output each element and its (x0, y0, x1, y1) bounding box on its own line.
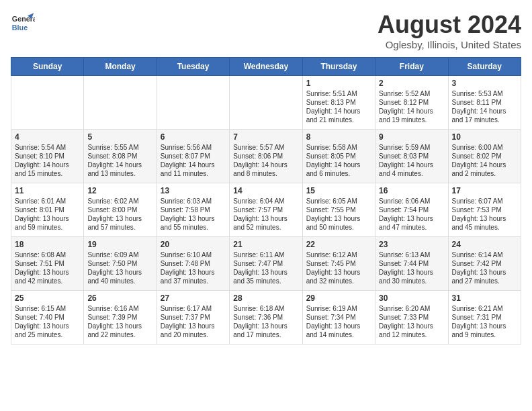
day-number: 5 (87, 132, 152, 142)
day-number: 24 (452, 240, 517, 249)
day-info: Daylight: 13 hours (452, 268, 517, 277)
day-info: and 27 minutes. (452, 277, 517, 285)
day-info: and 30 minutes. (379, 277, 444, 285)
day-info: and 21 minutes. (306, 116, 371, 124)
day-info: Daylight: 14 hours (452, 107, 517, 116)
day-info: Sunrise: 5:53 AM (452, 89, 517, 98)
day-info: Daylight: 14 hours (161, 161, 226, 169)
day-info: Sunset: 8:10 PM (15, 152, 80, 161)
day-info: Sunset: 8:03 PM (379, 152, 444, 161)
day-info: Sunset: 7:39 PM (87, 313, 152, 322)
day-info: Sunset: 7:58 PM (161, 205, 226, 214)
day-info: Sunrise: 5:55 AM (87, 143, 152, 152)
day-info: Sunrise: 6:17 AM (161, 304, 226, 313)
day-number: 27 (161, 293, 226, 303)
calendar-cell: 16Sunrise: 6:06 AMSunset: 7:54 PMDayligh… (375, 183, 448, 237)
day-info: Sunrise: 6:08 AM (15, 250, 80, 259)
calendar-cell: 7Sunrise: 5:57 AMSunset: 8:06 PMDaylight… (230, 130, 302, 183)
calendar-cell: 25Sunrise: 6:15 AMSunset: 7:40 PMDayligh… (11, 291, 84, 345)
day-number: 10 (452, 132, 517, 142)
day-info: and 20 minutes. (161, 330, 226, 339)
day-info: Sunset: 7:50 PM (87, 259, 152, 268)
day-number: 9 (379, 132, 444, 142)
calendar-cell: 23Sunrise: 6:13 AMSunset: 7:44 PMDayligh… (375, 237, 448, 291)
day-info: Sunrise: 6:10 AM (161, 250, 226, 259)
day-info: Sunset: 8:12 PM (379, 98, 444, 107)
day-info: Sunrise: 6:20 AM (379, 304, 444, 313)
day-info: and 42 minutes. (15, 277, 80, 285)
day-info: Daylight: 13 hours (15, 322, 80, 330)
day-info: and 11 minutes. (161, 169, 226, 178)
day-info: and 12 minutes. (379, 330, 444, 339)
day-info: Sunrise: 6:09 AM (87, 250, 152, 259)
calendar-body: 1Sunrise: 5:51 AMSunset: 8:13 PMDaylight… (11, 76, 521, 345)
calendar-header: SundayMondayTuesdayWednesdayThursdayFrid… (11, 58, 521, 76)
day-info: Daylight: 13 hours (15, 214, 80, 223)
day-info: Daylight: 13 hours (233, 322, 298, 330)
day-info: and 19 minutes. (379, 116, 444, 124)
day-info: Sunrise: 5:58 AM (306, 143, 371, 152)
week-row-1: 1Sunrise: 5:51 AMSunset: 8:13 PMDaylight… (11, 76, 521, 130)
day-header-sunday: Sunday (11, 58, 84, 76)
day-header-tuesday: Tuesday (157, 58, 229, 76)
day-info: and 47 minutes. (379, 223, 444, 232)
calendar-cell: 18Sunrise: 6:08 AMSunset: 7:51 PMDayligh… (11, 237, 84, 291)
day-info: Daylight: 13 hours (379, 268, 444, 277)
day-info: Sunrise: 6:00 AM (452, 143, 517, 152)
day-info: and 17 minutes. (452, 116, 517, 124)
day-info: Sunset: 7:34 PM (306, 313, 371, 322)
day-info: Daylight: 13 hours (379, 322, 444, 330)
calendar-cell: 28Sunrise: 6:18 AMSunset: 7:36 PMDayligh… (230, 291, 302, 345)
day-header-wednesday: Wednesday (230, 58, 302, 76)
day-info: Sunrise: 6:02 AM (87, 197, 152, 205)
svg-text:Blue: Blue (12, 24, 28, 32)
day-info: Sunrise: 6:03 AM (161, 197, 226, 205)
day-number: 22 (306, 240, 371, 249)
day-info: Sunrise: 5:52 AM (379, 89, 444, 98)
day-info: Sunrise: 6:11 AM (233, 250, 298, 259)
calendar-cell: 20Sunrise: 6:10 AMSunset: 7:48 PMDayligh… (157, 237, 229, 291)
day-info: Sunset: 8:00 PM (87, 205, 152, 214)
days-header-row: SundayMondayTuesdayWednesdayThursdayFrid… (11, 58, 521, 76)
day-info: Sunset: 7:57 PM (233, 205, 298, 214)
day-info: Sunset: 8:06 PM (233, 152, 298, 161)
day-info: Daylight: 14 hours (306, 107, 371, 116)
day-info: and 55 minutes. (161, 223, 226, 232)
day-number: 3 (452, 79, 517, 88)
day-info: and 32 minutes. (306, 277, 371, 285)
day-info: Sunset: 8:01 PM (15, 205, 80, 214)
calendar-cell (157, 76, 229, 130)
day-number: 19 (87, 240, 152, 249)
day-number: 4 (15, 132, 80, 142)
day-number: 13 (161, 186, 226, 195)
calendar-cell: 14Sunrise: 6:04 AMSunset: 7:57 PMDayligh… (230, 183, 302, 237)
day-info: Sunrise: 6:06 AM (379, 197, 444, 205)
day-number: 14 (233, 186, 298, 195)
day-info: and 57 minutes. (87, 223, 152, 232)
day-info: Sunrise: 6:19 AM (306, 304, 371, 313)
day-info: and 6 minutes. (306, 169, 371, 178)
week-row-3: 11Sunrise: 6:01 AMSunset: 8:01 PMDayligh… (11, 183, 521, 237)
day-info: Daylight: 14 hours (87, 161, 152, 169)
day-info: Daylight: 13 hours (379, 214, 444, 223)
calendar-cell: 12Sunrise: 6:02 AMSunset: 8:00 PMDayligh… (84, 183, 157, 237)
calendar-cell: 21Sunrise: 6:11 AMSunset: 7:47 PMDayligh… (230, 237, 302, 291)
day-info: Sunset: 7:44 PM (379, 259, 444, 268)
day-info: and 17 minutes. (233, 330, 298, 339)
day-info: Sunrise: 6:21 AM (452, 304, 517, 313)
day-info: Sunrise: 6:07 AM (452, 197, 517, 205)
day-info: Sunrise: 6:12 AM (306, 250, 371, 259)
day-info: Sunset: 8:08 PM (87, 152, 152, 161)
day-info: Daylight: 13 hours (233, 268, 298, 277)
week-row-4: 18Sunrise: 6:08 AMSunset: 7:51 PMDayligh… (11, 237, 521, 291)
day-number: 31 (452, 293, 517, 303)
day-info: Sunset: 8:13 PM (306, 98, 371, 107)
calendar-cell: 3Sunrise: 5:53 AMSunset: 8:11 PMDaylight… (448, 76, 521, 130)
calendar-cell: 17Sunrise: 6:07 AMSunset: 7:53 PMDayligh… (448, 183, 521, 237)
calendar-cell: 9Sunrise: 5:59 AMSunset: 8:03 PMDaylight… (375, 130, 448, 183)
calendar-cell: 4Sunrise: 5:54 AMSunset: 8:10 PMDaylight… (11, 130, 84, 183)
calendar-cell: 10Sunrise: 6:00 AMSunset: 8:02 PMDayligh… (448, 130, 521, 183)
day-number: 7 (233, 132, 298, 142)
day-number: 16 (379, 186, 444, 195)
day-info: and 37 minutes. (161, 277, 226, 285)
